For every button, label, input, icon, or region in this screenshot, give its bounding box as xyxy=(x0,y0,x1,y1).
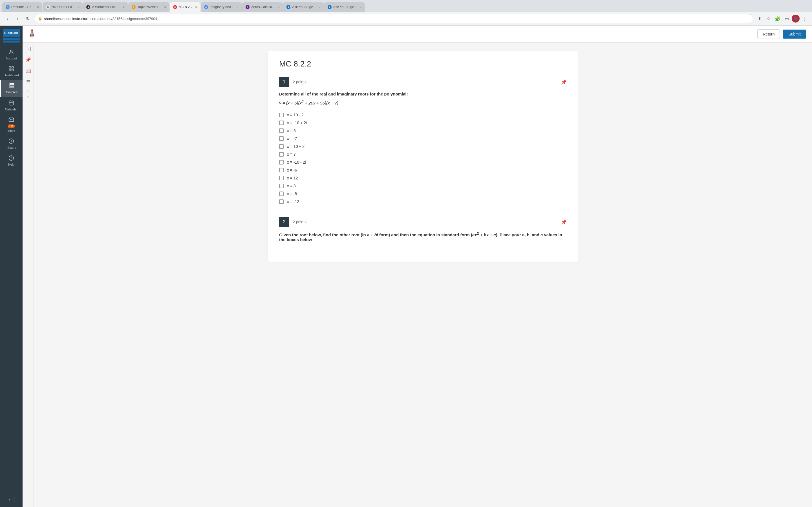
answer-label-1: x = 10 - 2i xyxy=(287,113,305,117)
answer-checkbox-12[interactable] xyxy=(279,200,284,204)
content-body: MC 8.2.2 1 2 points 📌 Determine all of t… xyxy=(34,43,812,507)
sidebar-item-collapse[interactable]: ←| xyxy=(0,494,22,505)
mini-sidebar: →| 📌 📖 ☰ 1 2 xyxy=(22,43,34,507)
tab-close-button[interactable]: × xyxy=(360,5,361,9)
share-button[interactable]: ⬆ xyxy=(756,15,763,22)
app-container: SHORELINE AccountDashboardCoursesCalenda… xyxy=(0,25,812,507)
profile-button[interactable]: 👤 xyxy=(792,15,800,22)
browser-tab-tab-8[interactable]: AAsk Your Alge...× xyxy=(283,2,324,12)
answer-checkbox-2[interactable] xyxy=(279,121,284,125)
svg-rect-3 xyxy=(9,69,11,71)
svg-rect-4 xyxy=(12,69,13,71)
answer-label-9: x = 12 xyxy=(287,176,298,180)
logo-placeholder: SHORELINE xyxy=(3,29,19,43)
sidebar-item-inbox[interactable]: 102Inbox xyxy=(0,114,22,135)
answer-checkbox-3[interactable] xyxy=(279,128,284,133)
mini-pin-button[interactable]: 📌 xyxy=(24,55,33,64)
tab-label: Nike Dunk Lo... xyxy=(52,5,75,9)
browser-tab-tab-4[interactable]: TTopic: Week 1...× xyxy=(128,2,169,12)
answer-option-4: x = -7 xyxy=(279,135,567,143)
tab-favicon: A xyxy=(327,5,332,9)
answer-option-11: x = -8 xyxy=(279,190,567,198)
question-1-text: Determine all of the real and imaginary … xyxy=(279,92,567,96)
sidebar-label-account: Account xyxy=(6,57,17,60)
sidebar-toggle-button[interactable]: ▭ xyxy=(783,15,791,22)
mini-book-button[interactable]: 📖 xyxy=(24,66,33,75)
logo-bar2 xyxy=(3,38,20,40)
browser-tab-tab-7[interactable]: ZZeros Calcula...× xyxy=(242,2,283,12)
answer-checkbox-10[interactable] xyxy=(279,184,284,188)
mini-list-button[interactable]: ☰ xyxy=(24,77,32,86)
answer-checkbox-4[interactable] xyxy=(279,136,284,141)
tab-close-button[interactable]: × xyxy=(237,5,238,9)
answer-label-12: x = -12 xyxy=(287,200,299,204)
help-icon xyxy=(8,155,14,162)
sidebar-item-history[interactable]: History xyxy=(0,135,22,152)
new-tab-button[interactable]: + xyxy=(802,3,810,11)
svg-rect-7 xyxy=(10,87,14,88)
answer-option-3: x = 6 xyxy=(279,127,567,135)
sidebar-label-courses: Courses xyxy=(6,91,17,94)
account-icon xyxy=(8,49,14,55)
answer-checkbox-1[interactable] xyxy=(279,113,284,117)
tab-close-button[interactable]: × xyxy=(195,5,197,9)
tab-close-button[interactable]: × xyxy=(37,5,39,9)
mini-collapse-button[interactable]: →| xyxy=(23,45,33,53)
tab-favicon: G xyxy=(204,5,208,9)
answer-option-12: x = -12 xyxy=(279,198,567,206)
rocket-icon: 🚀 xyxy=(27,29,37,39)
sidebar-item-help[interactable]: Help xyxy=(0,152,22,169)
submit-button[interactable]: Submit xyxy=(783,30,806,39)
answer-option-1: x = 10 - 2i xyxy=(279,111,567,119)
forward-button[interactable]: › xyxy=(13,15,21,22)
sidebar-label-dashboard: Dashboard xyxy=(4,73,19,77)
answer-label-4: x = -7 xyxy=(287,136,297,141)
answer-checkbox-5[interactable] xyxy=(279,144,284,149)
browser-tab-tab-9[interactable]: AAsk Your Alge...× xyxy=(324,2,365,12)
answer-checkbox-6[interactable] xyxy=(279,152,284,157)
tab-label: Topic: Week 1... xyxy=(137,5,161,9)
tab-close-button[interactable]: × xyxy=(319,5,320,9)
sidebar-item-account[interactable]: Account xyxy=(0,46,22,63)
sidebar-item-dashboard[interactable]: Dashboard xyxy=(0,63,22,80)
answer-checkbox-9[interactable] xyxy=(279,176,284,180)
browser-tab-tab-5[interactable]: CMC 8.2.2× xyxy=(170,2,200,12)
url-bar[interactable]: 🔒 shorelineschools.instructure.com/cours… xyxy=(34,14,753,23)
return-button[interactable]: Return xyxy=(757,29,780,39)
browser-tab-tab-3[interactable]: AA Women's Fash...× xyxy=(83,2,128,12)
svg-rect-6 xyxy=(10,86,14,86)
answer-label-7: x = -10 - 2i xyxy=(287,160,306,165)
question-1-pin-icon[interactable]: 📌 xyxy=(561,79,567,85)
answer-checkbox-7[interactable] xyxy=(279,160,284,165)
courses-icon xyxy=(9,83,15,89)
question-2: 2 2 points 📌 Given the root below, find … xyxy=(279,217,567,242)
extensions-button[interactable]: 🧩 xyxy=(774,15,781,22)
header-actions: Return Submit xyxy=(757,29,806,39)
inbox-icon xyxy=(8,117,14,123)
quiz-container: MC 8.2.2 1 2 points 📌 Determine all of t… xyxy=(268,51,578,262)
answer-checkbox-11[interactable] xyxy=(279,191,284,196)
menu-button[interactable]: ⋮ xyxy=(801,15,809,22)
browser-tab-tab-2[interactable]: NNike Dunk Lo...× xyxy=(43,2,83,12)
tab-label: Ask Your Alge... xyxy=(292,5,316,9)
body-container: →| 📌 📖 ☰ 1 2 MC 8.2.2 1 xyxy=(22,43,812,507)
sidebar-item-courses[interactable]: Courses xyxy=(0,80,22,97)
sidebar-item-calendar[interactable]: Calendar xyxy=(0,97,22,114)
tab-label: Zeros Calcula... xyxy=(251,5,275,9)
tab-close-button[interactable]: × xyxy=(123,5,124,9)
collapse-icon: ←| xyxy=(8,497,15,502)
reload-button[interactable]: ↻ xyxy=(24,15,32,22)
calendar-icon xyxy=(8,100,14,107)
answer-checkbox-8[interactable] xyxy=(279,168,284,172)
browser-tab-tab-1[interactable]: GResume - Go...× xyxy=(2,2,42,12)
sidebar-label-help: Help xyxy=(8,163,15,166)
answer-label-3: x = 6 xyxy=(287,128,296,133)
tab-close-button[interactable]: × xyxy=(78,5,79,9)
browser-tab-tab-6[interactable]: Gimaginary and...× xyxy=(201,2,242,12)
tab-close-button[interactable]: × xyxy=(278,5,280,9)
question-2-pin-icon[interactable]: 📌 xyxy=(561,219,567,225)
answer-label-11: x = -8 xyxy=(287,191,297,196)
tab-close-button[interactable]: × xyxy=(164,5,166,9)
bookmark-button[interactable]: ☆ xyxy=(765,15,772,22)
back-button[interactable]: ‹ xyxy=(3,15,11,22)
